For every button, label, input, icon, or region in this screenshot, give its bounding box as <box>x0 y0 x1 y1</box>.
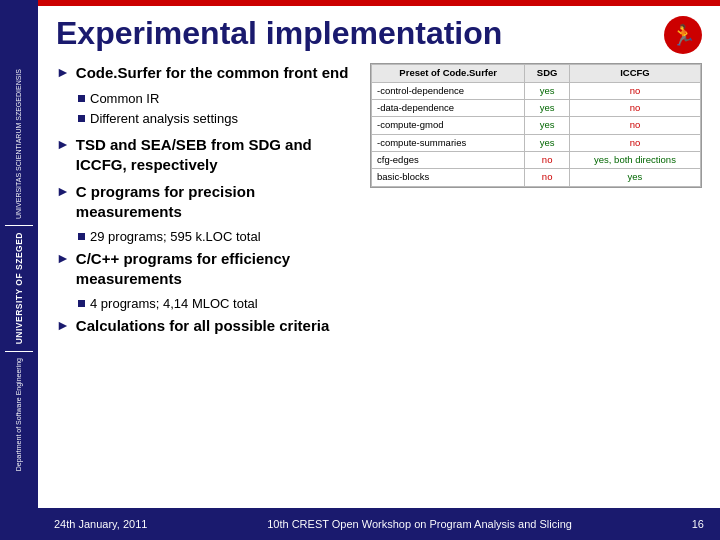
table-row: -data-dependenceyesno <box>372 99 701 116</box>
runner-icon: 🏃 <box>664 16 702 54</box>
content-row: ► Code.Surfer for the common front end C… <box>56 63 702 344</box>
footer-page: 16 <box>692 518 704 530</box>
table-cell-sdg: no <box>525 151 570 168</box>
col-header-iccfg: ICCFG <box>569 65 700 82</box>
right-column: Preset of Code.Surfer SDG ICCFG -control… <box>370 63 702 187</box>
table-cell-sdg: yes <box>525 99 570 116</box>
bullet-item-1: ► Code.Surfer for the common front end <box>56 63 356 83</box>
footer: 24th January, 2011 10th CREST Open Works… <box>38 508 720 540</box>
table-cell-sdg: no <box>525 169 570 186</box>
sub-bullet-square-4 <box>78 300 85 307</box>
bullet-item-5: ► Calculations for all possible criteria <box>56 316 356 336</box>
table-cell-label: -compute-summaries <box>372 134 525 151</box>
bullet-arrow-3: ► <box>56 183 70 199</box>
table-row: -compute-gmodyesno <box>372 117 701 134</box>
table-cell-sdg: yes <box>525 134 570 151</box>
table-cell-iccfg: no <box>569 99 700 116</box>
bullet-item-4: ► C/C++ programs for efficiency measurem… <box>56 249 356 288</box>
sub-bullet-2: Different analysis settings <box>78 111 356 128</box>
table-cell-sdg: yes <box>525 117 570 134</box>
col-header-preset: Preset of Code.Surfer <box>372 65 525 82</box>
table-row: -compute-summariesyesno <box>372 134 701 151</box>
table-cell-sdg: yes <box>525 82 570 99</box>
sidebar-divider2 <box>5 351 33 352</box>
main-content: Experimental implementation 🏃 ► Code.Sur… <box>38 6 720 508</box>
table-cell-label: -control-dependence <box>372 82 525 99</box>
bullet-text-4: C/C++ programs for efficiency measuremen… <box>76 249 356 288</box>
bullet-arrow-2: ► <box>56 136 70 152</box>
sub-bullet-square-3 <box>78 233 85 240</box>
table-cell-label: basic-blocks <box>372 169 525 186</box>
table-row: cfg-edgesnoyes, both directions <box>372 151 701 168</box>
bullet-arrow-1: ► <box>56 64 70 80</box>
table-row: -control-dependenceyesno <box>372 82 701 99</box>
sub-bullet-3: 29 programs; 595 k.LOC total <box>78 229 356 246</box>
table-cell-label: cfg-edges <box>372 151 525 168</box>
col-header-sdg: SDG <box>525 65 570 82</box>
sidebar-text: UNIVERSITAS SCIENTIARUM SZEGEDIENSIS UNI… <box>5 69 33 471</box>
bullet-item-3: ► C programs for precision measurements <box>56 182 356 221</box>
sidebar-divider <box>5 225 33 226</box>
bullet-text-1: Code.Surfer for the common front end <box>76 63 349 83</box>
sub-bullet-text-3: 29 programs; 595 k.LOC total <box>90 229 261 246</box>
sub-bullet-text-2: Different analysis settings <box>90 111 238 128</box>
preset-table: Preset of Code.Surfer SDG ICCFG -control… <box>370 63 702 187</box>
sub-bullet-text-4: 4 programs; 4,14 MLOC total <box>90 296 258 313</box>
left-column: ► Code.Surfer for the common front end C… <box>56 63 356 344</box>
sidebar: UNIVERSITAS SCIENTIARUM SZEGEDIENSIS UNI… <box>0 0 38 540</box>
page-title: Experimental implementation <box>56 16 702 51</box>
table-cell-label: -data-dependence <box>372 99 525 116</box>
table-cell-iccfg: yes, both directions <box>569 151 700 168</box>
table: Preset of Code.Surfer SDG ICCFG -control… <box>371 64 701 186</box>
sub-bullet-1: Common IR <box>78 91 356 108</box>
table-cell-iccfg: no <box>569 117 700 134</box>
sub-bullet-4: 4 programs; 4,14 MLOC total <box>78 296 356 313</box>
bullet-text-5: Calculations for all possible criteria <box>76 316 329 336</box>
bullet-text-3: C programs for precision measurements <box>76 182 356 221</box>
table-cell-iccfg: no <box>569 82 700 99</box>
sub-bullet-square-1 <box>78 95 85 102</box>
sidebar-university-english: UNIVERSITY OF SZEGED <box>14 232 24 344</box>
footer-event: 10th CREST Open Workshop on Program Anal… <box>267 518 572 530</box>
bullet-arrow-4: ► <box>56 250 70 266</box>
sub-bullet-square-2 <box>78 115 85 122</box>
table-cell-iccfg: no <box>569 134 700 151</box>
bullet-item-2: ► TSD and SEA/SEB from SDG and ICCFG, re… <box>56 135 356 174</box>
table-header-row: Preset of Code.Surfer SDG ICCFG <box>372 65 701 82</box>
bullet-arrow-5: ► <box>56 317 70 333</box>
table-cell-iccfg: yes <box>569 169 700 186</box>
table-cell-label: -compute-gmod <box>372 117 525 134</box>
sub-bullet-text-1: Common IR <box>90 91 159 108</box>
footer-date: 24th January, 2011 <box>54 518 147 530</box>
table-row: basic-blocksnoyes <box>372 169 701 186</box>
bullet-text-2: TSD and SEA/SEB from SDG and ICCFG, resp… <box>76 135 356 174</box>
sidebar-department: Department of Software Engineering <box>15 358 23 471</box>
bottom-section: ► TSD and SEA/SEB from SDG and ICCFG, re… <box>56 135 356 335</box>
sidebar-university-latin: UNIVERSITAS SCIENTIARUM SZEGEDIENSIS <box>15 69 23 219</box>
